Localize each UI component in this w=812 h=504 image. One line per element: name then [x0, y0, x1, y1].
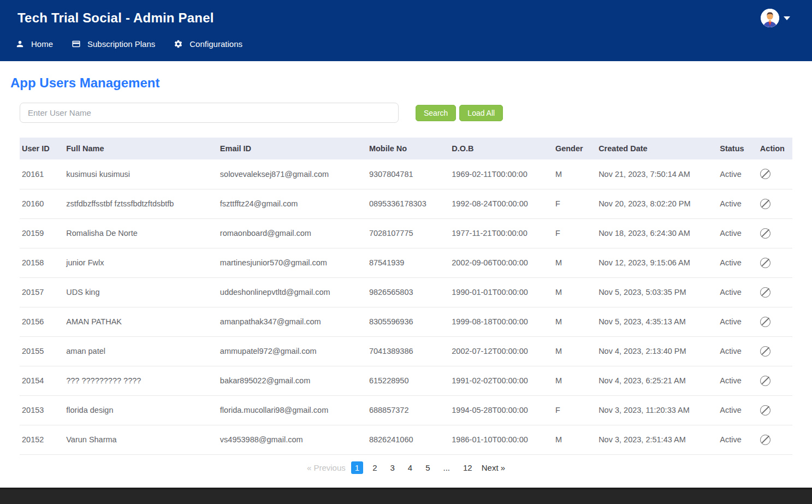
search-button[interactable]: Search: [416, 105, 456, 121]
cell-gender: M: [552, 425, 595, 454]
main-nav: Home Subscription Plans Configurations: [0, 32, 812, 61]
load-all-button[interactable]: Load All: [459, 105, 503, 121]
status-badge: Active: [716, 336, 757, 366]
cell-dob: 2002-07-12T00:00:00: [448, 336, 552, 366]
col-status: Status: [716, 138, 757, 159]
cell-gender: M: [552, 336, 595, 366]
status-badge: Active: [716, 366, 757, 395]
status-badge: Active: [716, 248, 757, 277]
cell-user-id: 20159: [20, 218, 63, 248]
page-link-4[interactable]: 4: [404, 461, 416, 474]
page-link-2[interactable]: 2: [369, 461, 381, 474]
col-user-id: User ID: [20, 138, 63, 159]
ban-icon[interactable]: [760, 435, 770, 445]
cell-mobile: 0895336178303: [366, 189, 448, 218]
cell-mobile: 8305596936: [366, 307, 448, 336]
cell-created-date: Nov 12, 2023, 9:15:06 AM: [595, 248, 716, 277]
table-body: 20161 kusimusi kusimusi solovevaleksej87…: [20, 159, 792, 454]
next-page-link[interactable]: Next »: [482, 463, 505, 472]
user-avatar-icon[interactable]: [761, 9, 779, 27]
cell-created-date: Nov 3, 2023, 2:51:43 AM: [595, 425, 716, 454]
ban-icon[interactable]: [760, 199, 770, 209]
app-footer: [0, 488, 812, 504]
col-created-date: Created Date: [595, 138, 716, 159]
previous-page-link[interactable]: « Previous: [307, 463, 346, 472]
cell-email: amanpathak347@gmail.com: [217, 307, 366, 336]
cell-user-id: 20160: [20, 189, 63, 218]
page-title: App Users Management: [10, 75, 792, 91]
cell-gender: M: [552, 248, 595, 277]
table-header: User ID Full Name Email ID Mobile No D.O…: [20, 138, 792, 159]
cell-action: [757, 425, 792, 454]
nav-item-configurations[interactable]: Configurations: [174, 39, 242, 49]
table-row: 20157 UDS king uddeshonlinepvtltd@gmail.…: [20, 277, 792, 307]
cell-gender: F: [552, 218, 595, 248]
cell-user-id: 20157: [20, 277, 63, 307]
app-title: Tech Trial Social - Admin Panel: [17, 10, 214, 26]
col-dob: D.O.B: [448, 138, 552, 159]
status-badge: Active: [716, 159, 757, 189]
nav-item-home[interactable]: Home: [15, 39, 53, 49]
ban-icon[interactable]: [760, 169, 770, 179]
cell-email: florida.mucollari98@gmail.com: [217, 395, 366, 425]
col-gender: Gender: [552, 138, 595, 159]
cell-dob: 1977-11-21T00:00:00: [448, 218, 552, 248]
page-link-5[interactable]: 5: [422, 461, 434, 474]
cell-dob: 1969-02-11T00:00:00: [448, 159, 552, 189]
search-input[interactable]: [20, 103, 399, 123]
pagination: « Previous 12345...12 Next »: [20, 461, 792, 474]
page-link-12[interactable]: 12: [459, 461, 476, 474]
ban-icon[interactable]: [760, 405, 770, 416]
ban-icon[interactable]: [760, 317, 770, 327]
cell-created-date: Nov 5, 2023, 5:03:35 PM: [595, 277, 716, 307]
search-bar: Search Load All: [20, 103, 792, 123]
cell-full-name: junior Fwlx: [63, 248, 217, 277]
status-badge: Active: [716, 395, 757, 425]
users-table: User ID Full Name Email ID Mobile No D.O…: [20, 138, 792, 455]
cell-mobile: 7041389386: [366, 336, 448, 366]
app-header: Tech Trial Social - Admin Panel: [0, 0, 812, 61]
gear-icon: [174, 39, 183, 49]
cell-created-date: Nov 3, 2023, 11:20:33 AM: [595, 395, 716, 425]
user-menu[interactable]: [761, 9, 790, 27]
cell-user-id: 20152: [20, 425, 63, 454]
nav-item-subscription-plans[interactable]: Subscription Plans: [72, 39, 155, 49]
cell-dob: 1999-08-18T00:00:00: [448, 307, 552, 336]
cell-user-id: 20158: [20, 248, 63, 277]
status-badge: Active: [716, 425, 757, 454]
cell-mobile: 9307804781: [366, 159, 448, 189]
cell-action: [757, 277, 792, 307]
cell-user-id: 20154: [20, 366, 63, 395]
ban-icon[interactable]: [760, 376, 770, 386]
cell-email: ammupatel972@gmail.com: [217, 336, 366, 366]
page-link-...[interactable]: ...: [440, 461, 454, 474]
cell-dob: 1986-01-10T00:00:00: [448, 425, 552, 454]
cell-gender: M: [552, 159, 595, 189]
ban-icon[interactable]: [760, 346, 770, 357]
cell-full-name: zstfdbzffsstbf fztssfbdtzftdsbtfb: [63, 189, 217, 218]
cell-action: [757, 336, 792, 366]
cell-created-date: Nov 20, 2023, 8:02:20 PM: [595, 189, 716, 218]
page-link-1[interactable]: 1: [351, 461, 363, 474]
cell-dob: 1991-02-02T00:00:00: [448, 366, 552, 395]
table-row: 20153 florida design florida.mucollari98…: [20, 395, 792, 425]
cell-user-id: 20161: [20, 159, 63, 189]
search-buttons: Search Load All: [416, 105, 503, 121]
cell-email: vs4953988@gmail.com: [217, 425, 366, 454]
ban-icon[interactable]: [760, 228, 770, 239]
col-full-name: Full Name: [63, 138, 217, 159]
status-badge: Active: [716, 307, 757, 336]
cell-mobile: 7028107775: [366, 218, 448, 248]
cell-action: [757, 395, 792, 425]
ban-icon[interactable]: [760, 287, 770, 298]
cell-action: [757, 218, 792, 248]
cell-gender: F: [552, 189, 595, 218]
cell-created-date: Nov 5, 2023, 4:35:13 AM: [595, 307, 716, 336]
main-content: App Users Management Search Load All Use…: [0, 75, 812, 474]
ban-icon[interactable]: [760, 258, 770, 268]
chevron-down-icon[interactable]: [784, 16, 790, 20]
page-link-3[interactable]: 3: [386, 461, 398, 474]
col-mobile-no: Mobile No: [366, 138, 448, 159]
table-row: 20155 aman patel ammupatel972@gmail.com …: [20, 336, 792, 366]
cell-gender: F: [552, 395, 595, 425]
